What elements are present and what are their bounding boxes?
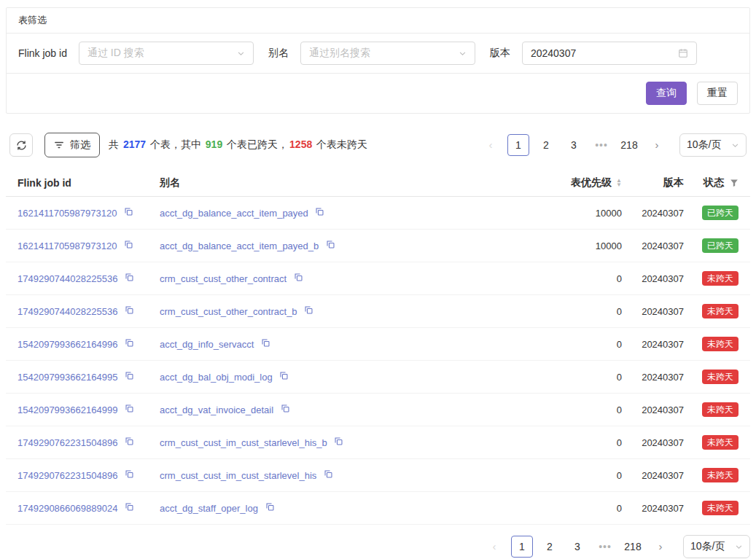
prev-page-button[interactable]: ‹ <box>480 134 502 156</box>
copy-icon[interactable] <box>315 207 324 216</box>
copy-icon[interactable] <box>125 502 134 512</box>
job-id-link[interactable]: 1542097993662164996 <box>17 339 117 350</box>
version-value: 20240307 <box>622 339 684 350</box>
copy-icon[interactable] <box>261 338 270 348</box>
funnel-icon[interactable] <box>730 179 739 187</box>
page-size-select-bottom[interactable]: 10条/页 <box>683 535 750 558</box>
copy-icon[interactable] <box>294 273 303 282</box>
next-page-button[interactable]: › <box>646 134 668 156</box>
job-id-link[interactable]: 1749290866069889024 <box>17 503 117 514</box>
alias-cell: acct_dg_vat_invoice_detail <box>160 404 487 415</box>
page-ellipsis[interactable]: ••• <box>591 134 612 156</box>
status-badge: 未跨天 <box>702 501 739 515</box>
query-button[interactable]: 查询 <box>646 82 687 105</box>
alias-select[interactable]: 通过别名搜索 <box>300 42 475 65</box>
copy-icon[interactable] <box>326 240 335 249</box>
table-body: 1621411705987973120 acct_dg_balance_acct… <box>6 197 750 525</box>
total-count: 2177 <box>123 138 146 150</box>
job-id-link[interactable]: 1749290744028225536 <box>17 273 117 284</box>
status-badge: 未跨天 <box>702 337 739 351</box>
page-button-1[interactable]: 1 <box>511 536 533 558</box>
copy-icon[interactable] <box>265 502 275 512</box>
status-cell: 未跨天 <box>684 501 739 515</box>
sort-icon[interactable]: ▲ ▼ <box>616 179 622 187</box>
copy-icon[interactable] <box>334 437 343 446</box>
page-button-2[interactable]: 2 <box>535 134 557 156</box>
copy-icon[interactable] <box>125 305 134 315</box>
version-value: 20240307 <box>622 470 684 481</box>
page-button-1[interactable]: 1 <box>507 134 529 156</box>
page-size-select[interactable]: 10条/页 <box>679 133 747 157</box>
alias-link[interactable]: acct_dg_balance_acct_item_payed <box>160 208 308 219</box>
filter-button[interactable]: 筛选 <box>44 133 100 157</box>
status-cell: 未跨天 <box>684 271 739 286</box>
alias-link[interactable]: acct_dg_bal_obj_modi_log <box>160 372 273 383</box>
copy-icon[interactable] <box>324 469 333 479</box>
flink-job-id-label: Flink job id <box>18 47 67 59</box>
page-button-218[interactable]: 218 <box>618 134 640 156</box>
pagination-top: ‹123•••218› <box>474 134 668 156</box>
version-value: 20240307 <box>622 404 684 415</box>
column-priority[interactable]: 表优先级 ▲ ▼ <box>487 176 622 189</box>
chevron-down-icon <box>735 543 743 551</box>
alias-link[interactable]: crm_cust_cust_im_cust_starlevel_his_b <box>160 437 327 448</box>
status-cell: 已跨天 <box>684 238 739 253</box>
column-version: 版本 <box>622 176 684 189</box>
job-id-link[interactable]: 1542097993662164995 <box>17 372 117 383</box>
filter-form: Flink job id 通过 ID 搜索 别名 通过别名搜索 <box>7 34 749 73</box>
alias-link[interactable]: acct_dg_balance_acct_item_payed_b <box>160 241 319 251</box>
job-id-link[interactable]: 1749290744028225536 <box>17 306 117 317</box>
alias-link[interactable]: crm_cust_cust_other_contract_b <box>160 306 297 317</box>
copy-icon[interactable] <box>125 404 134 413</box>
job-id-link[interactable]: 1749290762231504896 <box>17 470 117 481</box>
prev-page-button[interactable]: ‹ <box>483 536 505 558</box>
status-badge: 未跨天 <box>702 468 739 482</box>
copy-icon[interactable] <box>124 240 133 249</box>
job-id-cell: 1749290744028225536 <box>17 305 160 317</box>
alias-link[interactable]: acct_dg_staff_oper_log <box>160 503 258 514</box>
copy-icon[interactable] <box>125 371 134 380</box>
job-id-link[interactable]: 1542097993662164999 <box>17 404 117 415</box>
table-row: 1749290762231504896 crm_cust_cust_im_cus… <box>6 459 750 492</box>
alias-cell: acct_dg_balance_acct_item_payed <box>160 207 487 219</box>
refresh-button[interactable] <box>9 133 33 157</box>
copy-icon[interactable] <box>279 371 289 380</box>
job-id-link[interactable]: 1621411705987973120 <box>17 241 117 251</box>
copy-icon[interactable] <box>304 305 313 315</box>
job-id-link[interactable]: 1749290762231504896 <box>17 437 117 448</box>
job-id-cell: 1542097993662164999 <box>17 404 160 415</box>
copy-icon[interactable] <box>125 338 134 348</box>
page-button-2[interactable]: 2 <box>539 536 561 558</box>
version-date-input[interactable]: 20240307 <box>522 42 697 65</box>
priority-value: 0 <box>487 437 622 448</box>
status-cell: 已跨天 <box>684 206 739 220</box>
table-row: 1542097993662164995 acct_dg_bal_obj_modi… <box>6 361 750 394</box>
alias-placeholder: 通过别名搜索 <box>309 47 370 60</box>
page-button-218[interactable]: 218 <box>622 536 644 558</box>
column-status-label: 状态 <box>704 176 724 189</box>
field-flink-job-id: Flink job id 通过 ID 搜索 <box>18 42 254 65</box>
alias-link[interactable]: acct_dg_info_servacct <box>160 339 254 350</box>
priority-value: 0 <box>487 404 622 415</box>
reset-button[interactable]: 重置 <box>697 82 738 105</box>
page-button-3[interactable]: 3 <box>563 134 585 156</box>
alias-link[interactable]: crm_cust_cust_im_cust_starlevel_his <box>160 470 316 481</box>
status-cell: 未跨天 <box>684 435 739 450</box>
alias-link[interactable]: crm_cust_cust_other_contract <box>160 273 287 284</box>
copy-icon[interactable] <box>125 437 134 446</box>
calendar-icon <box>678 48 688 58</box>
copy-icon[interactable] <box>124 207 133 216</box>
job-id-link[interactable]: 1621411705987973120 <box>17 208 117 219</box>
alias-link[interactable]: acct_dg_vat_invoice_detail <box>160 404 273 415</box>
flink-job-id-select[interactable]: 通过 ID 搜索 <box>79 42 254 65</box>
copy-icon[interactable] <box>125 273 134 282</box>
copy-icon[interactable] <box>281 404 290 413</box>
filter-actions: 查询 重置 <box>7 73 749 113</box>
page-button-3[interactable]: 3 <box>566 536 588 558</box>
next-page-button[interactable]: › <box>650 536 671 558</box>
page-ellipsis[interactable]: ••• <box>594 536 616 558</box>
bottom-pagination-bar: ‹123•••218› 10条/页 <box>6 535 750 558</box>
version-value: 20240307 <box>622 241 684 251</box>
status-cell: 未跨天 <box>684 468 739 482</box>
copy-icon[interactable] <box>125 469 134 479</box>
